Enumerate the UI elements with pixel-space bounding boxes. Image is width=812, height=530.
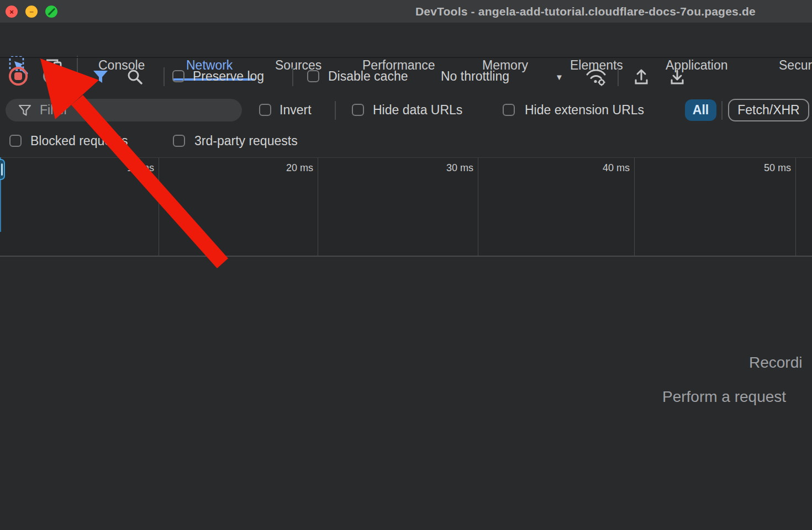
empty-state-recording-text: Recordi bbox=[749, 354, 802, 372]
overview-tick-40ms: 40 ms bbox=[586, 162, 630, 174]
import-har-button[interactable] bbox=[631, 66, 652, 87]
clear-button[interactable] bbox=[43, 69, 57, 83]
devtools-tab-bar: Console Network Sources Performance Memo… bbox=[0, 23, 812, 58]
toolbar-separator bbox=[292, 67, 293, 86]
overview-grid-line bbox=[159, 158, 159, 256]
hide-extension-urls-checkbox[interactable] bbox=[503, 104, 515, 116]
zoom-icon[interactable] bbox=[45, 6, 57, 18]
hide-extension-urls-label[interactable]: Hide extension URLs bbox=[525, 103, 644, 118]
network-conditions-button[interactable] bbox=[583, 65, 609, 88]
third-party-requests-checkbox[interactable] bbox=[173, 135, 185, 147]
invert-label[interactable]: Invert bbox=[280, 103, 312, 118]
overview-drag-handle[interactable] bbox=[0, 159, 5, 180]
overview-grid-line bbox=[795, 158, 796, 256]
filter-field-container[interactable] bbox=[6, 99, 242, 121]
title-bar: × − DevTools - angela-add-tutorial.cloud… bbox=[0, 0, 812, 23]
toolbar-separator bbox=[164, 67, 165, 86]
chevron-down-icon[interactable]: ▼ bbox=[555, 72, 563, 82]
overview-grid-line bbox=[318, 158, 318, 256]
export-har-button[interactable] bbox=[667, 66, 688, 87]
filter-toggle-button[interactable] bbox=[91, 67, 110, 87]
disable-cache-checkbox[interactable] bbox=[307, 70, 319, 82]
throttling-select[interactable]: No throttling bbox=[441, 69, 509, 84]
overview-tick-20ms: 20 ms bbox=[269, 162, 313, 174]
upload-icon bbox=[631, 67, 651, 87]
filter-input[interactable] bbox=[40, 103, 222, 118]
empty-state-hint-text: Perform a request bbox=[662, 388, 786, 406]
download-icon bbox=[667, 67, 687, 87]
request-type-fetch-xhr-chip[interactable]: Fetch/XHR bbox=[728, 99, 809, 121]
clear-icon bbox=[45, 71, 56, 82]
overview-grid-line bbox=[478, 158, 478, 256]
toolbar-separator bbox=[335, 101, 336, 120]
request-type-all-chip[interactable]: All bbox=[685, 99, 716, 121]
window-title: DevTools - angela-add-tutorial.cloudflar… bbox=[415, 5, 756, 18]
overview-grid-line bbox=[634, 158, 635, 256]
tab-bar-border bbox=[0, 57, 812, 58]
funnel-outline-icon bbox=[18, 103, 32, 118]
search-button[interactable] bbox=[125, 67, 145, 87]
overview-bottom-border bbox=[0, 256, 812, 257]
toolbar-separator bbox=[618, 67, 619, 86]
minimize-icon[interactable]: − bbox=[25, 6, 38, 18]
record-button[interactable] bbox=[9, 67, 28, 86]
overview-tick-50ms: 50 ms bbox=[747, 162, 791, 174]
hide-data-urls-checkbox[interactable] bbox=[352, 104, 364, 116]
overview-tick-10ms: 10 ms bbox=[110, 162, 154, 174]
blocked-requests-label[interactable]: Blocked requests bbox=[30, 134, 128, 149]
record-stop-icon bbox=[14, 72, 22, 80]
tab-security[interactable]: Security bbox=[779, 58, 812, 73]
disable-cache-label[interactable]: Disable cache bbox=[328, 69, 408, 84]
funnel-icon bbox=[91, 67, 110, 86]
hide-data-urls-label[interactable]: Hide data URLs bbox=[373, 103, 462, 118]
preserve-log-label[interactable]: Preserve log bbox=[193, 69, 264, 84]
blocked-requests-checkbox[interactable] bbox=[9, 135, 22, 147]
overview-tick-30ms: 30 ms bbox=[429, 162, 473, 174]
overview-drag-handle-grip bbox=[1, 163, 3, 176]
toolbar-separator bbox=[721, 101, 723, 120]
preserve-log-checkbox[interactable] bbox=[172, 70, 184, 82]
devtools-window: × − DevTools - angela-add-tutorial.cloud… bbox=[0, 0, 812, 530]
third-party-requests-label[interactable]: 3rd-party requests bbox=[194, 134, 298, 149]
invert-checkbox[interactable] bbox=[259, 104, 271, 116]
close-icon[interactable]: × bbox=[6, 6, 18, 18]
search-icon bbox=[125, 67, 144, 86]
toolbar-separator bbox=[77, 67, 78, 86]
wifi-gear-icon bbox=[584, 66, 608, 88]
